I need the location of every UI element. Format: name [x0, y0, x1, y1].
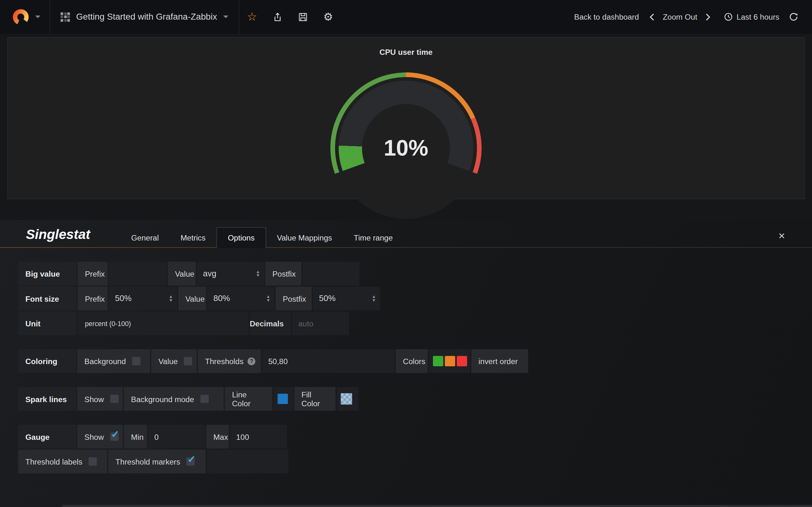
spark-show-checkbox[interactable]: [110, 395, 118, 403]
clock-icon: [724, 12, 733, 21]
gauge-show-checkbox[interactable]: [110, 433, 118, 441]
help-icon[interactable]: ?: [248, 357, 255, 365]
font-size-row: Font size Prefix 50% ▲▼ Value 80% ▲▼ Pos…: [18, 286, 812, 310]
line-color-field: [273, 387, 293, 411]
threshold-labels-checkbox[interactable]: [89, 457, 97, 465]
big-value-prefix-input[interactable]: [109, 262, 167, 285]
grafana-logo-icon: [9, 6, 32, 28]
gauge-show-field: Show: [77, 425, 123, 448]
options-form: Big value Prefix Value avg ▲▼ Postfix Fo…: [0, 248, 812, 473]
unit-row: Unit percent (0-100) Decimals: [18, 312, 812, 335]
save-button[interactable]: [290, 0, 316, 34]
dashboard-grid-icon: [61, 12, 70, 21]
chevron-left-icon: [648, 12, 656, 21]
settings-button[interactable]: ⚙: [316, 0, 341, 34]
background-mode-checkbox[interactable]: [200, 395, 208, 403]
threshold-options-row: Threshold labels Threshold markers: [18, 450, 812, 473]
unit-header: Unit: [18, 312, 77, 335]
coloring-group: Coloring Background Value Thresholds ?: [18, 349, 812, 373]
fill-color-label: Fill Color: [294, 387, 336, 411]
threshold-markers-checkbox[interactable]: [187, 457, 195, 465]
time-shift-forward-button[interactable]: [705, 12, 712, 21]
refresh-icon: [789, 12, 799, 22]
star-button[interactable]: ☆: [240, 0, 265, 34]
save-icon: [298, 12, 308, 22]
max-label: Max: [206, 425, 229, 448]
tab-time-range[interactable]: Time range: [343, 228, 404, 248]
tab-options[interactable]: Options: [216, 227, 266, 248]
big-value-postfix-input[interactable]: [302, 262, 359, 285]
chevron-down-icon: [223, 15, 229, 18]
panel-type-title: Singlestat: [26, 227, 90, 248]
chevron-right-icon: [705, 12, 712, 21]
font-size-prefix-select[interactable]: 50% ▲▼: [109, 286, 177, 310]
time-range-label: Last 6 hours: [737, 12, 779, 21]
navbar-right: Back to dashboard Zoom Out Last 6 hours: [562, 0, 812, 34]
cpu-gauge: 10%: [331, 72, 482, 224]
font-size-postfix-select[interactable]: 50% ▲▼: [313, 286, 380, 310]
threshold-colors: [429, 349, 470, 373]
spark-lines-header: Spark lines: [18, 387, 76, 411]
refresh-button[interactable]: [789, 12, 799, 22]
line-color-swatch[interactable]: [277, 394, 288, 404]
spark-bg-mode-field: Background mode: [124, 387, 223, 411]
gauge-value: 10%: [331, 72, 482, 224]
tab-general[interactable]: General: [120, 228, 170, 248]
decimals-input[interactable]: [292, 312, 349, 335]
max-input[interactable]: [230, 425, 287, 448]
coloring-header: Coloring: [18, 349, 76, 373]
panel-title[interactable]: CPU user time: [8, 38, 804, 56]
dashboard-title: Getting Started with Grafana-Zabbix: [76, 12, 217, 22]
share-icon: [272, 12, 283, 22]
close-icon[interactable]: ×: [778, 230, 785, 242]
star-icon: ☆: [247, 11, 257, 22]
coloring-value-field: Value: [151, 349, 197, 373]
min-input[interactable]: [148, 425, 205, 448]
spark-show-field: Show: [77, 387, 123, 411]
tab-value-mappings[interactable]: Value Mappings: [266, 228, 343, 248]
unit-value[interactable]: percent (0-100): [78, 312, 249, 335]
zoom-out-button[interactable]: Zoom Out: [663, 12, 697, 21]
font-size-prefix-label: Prefix: [78, 286, 108, 310]
coloring-background-field: Background: [77, 349, 150, 373]
font-size-postfix-label: Postfix: [275, 286, 312, 310]
value-checkbox[interactable]: [184, 357, 192, 365]
editor-tabs: General Metrics Options Value Mappings T…: [120, 227, 403, 248]
chevron-down-icon: [35, 15, 40, 18]
spark-lines-group: Spark lines Show Background mode Line Co…: [18, 387, 812, 411]
navbar: Getting Started with Grafana-Zabbix ☆ ⚙: [0, 0, 812, 34]
big-value-value-label: Value: [168, 262, 196, 285]
green-color-swatch[interactable]: [433, 356, 444, 366]
dashboard-title-menu[interactable]: Getting Started with Grafana-Zabbix: [50, 0, 239, 34]
editor-header: Singlestat General Metrics Options Value…: [0, 220, 812, 248]
time-range-picker[interactable]: Last 6 hours: [724, 12, 779, 21]
red-color-swatch[interactable]: [457, 356, 467, 366]
gauge-group: Gauge Show Min Max Threshold labels: [18, 425, 812, 473]
thresholds-label: Thresholds ?: [198, 349, 261, 373]
next-panel-edge: [62, 505, 812, 507]
invert-order-button[interactable]: invert order: [471, 349, 528, 373]
stepper-arrows-icon: ▲▼: [256, 270, 260, 277]
big-value-postfix-label: Postfix: [265, 262, 301, 285]
time-shift-back-button[interactable]: [648, 12, 656, 21]
panel-editor: Singlestat General Metrics Options Value…: [0, 220, 812, 507]
share-button[interactable]: [265, 0, 290, 34]
thresholds-input[interactable]: [262, 349, 395, 373]
colors-label: Colors: [396, 349, 427, 373]
big-value-stat-select[interactable]: avg ▲▼: [197, 262, 264, 285]
orange-color-swatch[interactable]: [445, 356, 455, 366]
tab-metrics[interactable]: Metrics: [170, 228, 216, 248]
back-to-dashboard-button[interactable]: Back to dashboard: [574, 12, 639, 21]
value-settings-group: Big value Prefix Value avg ▲▼ Postfix Fo…: [18, 262, 812, 335]
fill-color-swatch[interactable]: [341, 393, 352, 405]
font-size-value-select[interactable]: 80% ▲▼: [207, 286, 274, 310]
threshold-labels-field: Threshold labels: [18, 450, 107, 473]
empty-cell: [206, 450, 288, 473]
fill-color-field: [337, 387, 358, 411]
gauge-header: Gauge: [18, 425, 76, 448]
font-size-value-label: Value: [178, 286, 206, 310]
coloring-row: Coloring Background Value Thresholds ?: [18, 349, 812, 373]
min-label: Min: [124, 425, 147, 448]
grafana-main-menu[interactable]: [0, 0, 50, 34]
background-checkbox[interactable]: [132, 357, 140, 365]
